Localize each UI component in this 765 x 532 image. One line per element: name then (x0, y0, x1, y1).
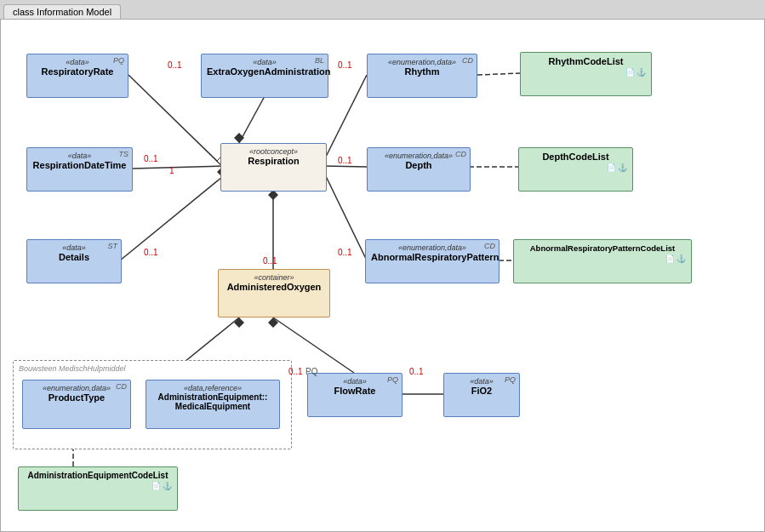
product-type-corner: CD (116, 382, 127, 391)
abnormal-code-list-name: AbnormalRespiratoryPatternCodeList (519, 243, 686, 253)
mult-0-1-extra-oxygen: 0..1 (168, 60, 182, 70)
page-icon2: 📄 (607, 163, 616, 172)
admin-equipment-codelist-name: AdministrationEquipmentCodeList (24, 471, 172, 480)
abnormal-name: AbnormalRespiratoryPattern (371, 252, 494, 262)
flow-rate-stereotype: «data» (313, 377, 397, 386)
respiration-box: «rootconcept» Respiration (220, 143, 327, 192)
rhythm-stereotype: «enumeration,data» (373, 58, 471, 66)
details-corner: ST (107, 242, 117, 250)
details-name: Details (32, 252, 116, 262)
bouwsteen-container: Bouwsteen MedischHulpmiddel CD «enumerat… (13, 360, 292, 449)
information-model-tab[interactable]: class Information Model (3, 4, 121, 19)
flow-rate-corner: PQ (387, 375, 398, 384)
page-icon3: 📄 (665, 255, 675, 263)
mult-0-1-rhythm: 0..1 (338, 60, 352, 70)
respiration-stereotype: «rootconcept» (226, 147, 321, 156)
respiration-datetime-name: RespirationDateTime (32, 160, 127, 170)
rhythm-name: Rhythm (373, 66, 471, 77)
product-type-name: ProductType (28, 392, 125, 403)
rhythm-box: CD «enumeration,data» Rhythm (367, 54, 477, 98)
extra-oxygen-corner: BL (315, 56, 324, 65)
rhythm-code-list-box: RhythmCodeList 📄 ⚓ (520, 52, 652, 96)
administered-oxygen-box: «container» AdministeredOxygen (218, 269, 330, 317)
svg-line-13 (477, 73, 520, 75)
product-type-box: CD «enumeration,data» ProductType (22, 380, 131, 429)
diagram-canvas: PQ «data» RespiratoryRate BL «data» Extr… (0, 19, 765, 532)
svg-marker-3 (234, 133, 244, 143)
mult-0-1-admin-oxygen: 0..1 (263, 256, 277, 266)
anchor-icon3: ⚓ (677, 255, 686, 263)
anchor-icon4: ⚓ (163, 482, 172, 490)
fio2-box: PQ «data» FiO2 (443, 373, 520, 417)
page-icon4: 📄 (151, 482, 161, 490)
depth-code-list-icons: 📄 ⚓ (524, 163, 627, 172)
admin-equipment-box: «data,reference» AdministrationEquipment… (146, 380, 280, 429)
tab-bar: class Information Model (0, 0, 765, 19)
abnormal-corner: CD (484, 242, 495, 250)
mult-0-1-details: 0..1 (144, 248, 158, 257)
depth-code-list-box: DepthCodeList 📄 ⚓ (518, 147, 633, 192)
mult-0-1-datetime: 0..1 (144, 154, 158, 163)
anchor-icon2: ⚓ (618, 163, 627, 172)
respiration-name: Respiration (226, 156, 321, 166)
respiratory-rate-corner: PQ (113, 56, 124, 65)
abnormal-code-list-icons: 📄 ⚓ (519, 255, 686, 263)
respiratory-rate-box: PQ «data» RespiratoryRate (26, 54, 128, 98)
abnormal-code-list-box: AbnormalRespiratoryPatternCodeList 📄 ⚓ (513, 239, 692, 283)
bouwsteen-label: Bouwsteen MedischHulpmiddel (19, 364, 126, 373)
admin-equipment-name: AdministrationEquipment:: MedicalEquipme… (151, 392, 274, 411)
respiratory-rate-stereotype: «data» (32, 58, 123, 66)
svg-line-6 (120, 177, 222, 260)
svg-line-2 (239, 96, 265, 143)
respiration-datetime-box: TS «data» RespirationDateTime (26, 147, 133, 192)
extra-oxygen-stereotype: «data» (207, 58, 323, 66)
svg-marker-17 (268, 317, 278, 328)
admin-oxygen-name: AdministeredOxygen (224, 282, 324, 292)
extra-oxygen-name: ExtraOxygenAdministration (207, 66, 323, 77)
admin-equipment-stereotype: «data,reference» (151, 384, 274, 392)
details-box: ST «data» Details (26, 239, 122, 283)
admin-equipment-codelist-box: AdministrationEquipmentCodeList 📄 ⚓ (18, 466, 178, 511)
mult-0-1-abnormal: 0..1 (338, 248, 352, 257)
respiration-datetime-corner: TS (118, 150, 128, 158)
fio2-corner: PQ (505, 375, 516, 384)
page-icon: 📄 (625, 68, 635, 77)
fio2-name: FiO2 (449, 386, 514, 396)
respiratory-rate-name: RespiratoryRate (32, 66, 123, 77)
rhythm-code-list-icons: 📄 ⚓ (526, 68, 646, 77)
admin-equipment-codelist-icons: 📄 ⚓ (24, 482, 172, 490)
depth-code-list-name: DepthCodeList (524, 152, 627, 162)
product-type-stereotype: «enumeration,data» (28, 384, 125, 392)
admin-oxygen-stereotype: «container» (224, 273, 324, 282)
svg-line-8 (324, 75, 367, 160)
flow-rate-name: FlowRate (313, 386, 397, 396)
mult-0-1-depth: 0..1 (338, 156, 352, 165)
svg-line-4 (133, 166, 222, 169)
svg-marker-19 (234, 317, 244, 328)
details-stereotype: «data» (32, 243, 116, 252)
mult-0-1-fio2: 0..1 (409, 367, 424, 376)
abnormal-pattern-box: CD «enumeration,data» AbnormalRespirator… (365, 239, 500, 283)
depth-corner: CD (455, 150, 466, 158)
svg-line-9 (324, 166, 367, 167)
flow-rate-box: PQ «data» FlowRate (307, 373, 402, 417)
rhythm-corner: CD (462, 56, 473, 65)
respiration-datetime-stereotype: «data» (32, 152, 127, 160)
mult-1-datetime: 1 (169, 166, 174, 175)
extra-oxygen-box: BL «data» ExtraOxygenAdministration (201, 54, 328, 98)
depth-box: CD «enumeration,data» Depth (367, 147, 471, 192)
depth-name: Depth (373, 160, 465, 170)
rhythm-code-list-name: RhythmCodeList (526, 56, 646, 66)
anchor-icon: ⚓ (637, 68, 646, 77)
mult-pq-flowrate: PQ (305, 367, 317, 376)
depth-stereotype: «enumeration,data» (373, 152, 465, 160)
mult-0-1-flowrate: 0..1 (288, 367, 303, 376)
abnormal-stereotype: «enumeration,data» (371, 243, 494, 252)
